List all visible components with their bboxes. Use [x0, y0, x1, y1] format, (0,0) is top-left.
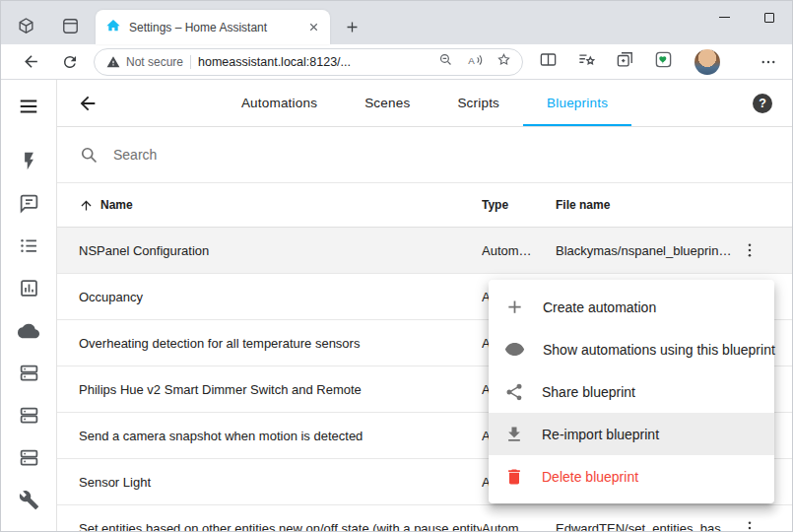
sidebar-hub-item-2[interactable] — [1, 394, 56, 436]
sidebar-hub-item-3[interactable] — [1, 436, 56, 479]
ha-back-icon[interactable] — [77, 93, 99, 114]
security-badge[interactable]: Not secure — [106, 55, 183, 69]
row-name: Overheating detection for all temperatur… — [79, 336, 482, 351]
search-bar — [57, 127, 792, 183]
menu-item-reimport-blueprint[interactable]: Re-import blueprint — [489, 413, 774, 455]
trash-icon — [504, 467, 524, 487]
sidebar-history-item[interactable] — [1, 267, 56, 309]
menu-item-delete-blueprint[interactable]: Delete blueprint — [489, 455, 774, 498]
row-name: Send a camera snapshot when motion is de… — [79, 429, 482, 443]
browser-essentials-icon[interactable] — [654, 50, 673, 73]
split-screen-icon[interactable] — [539, 50, 558, 73]
read-aloud-icon[interactable]: A — [466, 51, 484, 73]
back-icon[interactable] — [19, 50, 42, 74]
sidebar-energy-item[interactable] — [1, 140, 56, 182]
favorites-icon[interactable] — [577, 50, 596, 73]
browser-toolbar: Not secure homeassistant.local:8123/... … — [1, 44, 792, 80]
column-header-file[interactable]: File name — [556, 198, 738, 212]
help-icon[interactable]: ? — [753, 94, 772, 113]
sort-ascending-icon — [79, 198, 94, 213]
column-header-type[interactable]: Type — [482, 198, 556, 212]
new-tab-icon[interactable] — [344, 19, 361, 35]
message-icon — [19, 193, 39, 214]
download-icon — [504, 425, 524, 444]
sidebar-hub-item-1[interactable] — [1, 352, 56, 394]
browser-tab[interactable]: Settings – Home Assistant — [96, 10, 330, 44]
row-overflow-menu-icon[interactable] — [738, 516, 761, 532]
row-name: Occupancy — [79, 290, 482, 304]
tab-automations[interactable]: Automations — [218, 80, 341, 126]
browser-window: Settings – Home Assistant Not secure — [0, 0, 793, 532]
sidebar-cloud-item[interactable] — [1, 309, 56, 352]
ha-sidebar — [1, 80, 57, 532]
refresh-icon[interactable] — [58, 50, 82, 74]
row-type: Autom… — [482, 243, 556, 258]
row-name: Philips Hue v2 Smart Dimmer Switch and R… — [79, 382, 482, 397]
workspaces-icon[interactable] — [17, 17, 35, 35]
window-maximize-button[interactable] — [747, 1, 792, 33]
tab-blueprints[interactable]: Blueprints — [523, 80, 631, 126]
window-minimize-button[interactable] — [701, 1, 747, 33]
cloud-icon — [18, 320, 39, 342]
row-name: NSPanel Configuration — [79, 243, 482, 258]
tab-title: Settings – Home Assistant — [129, 21, 297, 34]
search-input[interactable] — [113, 147, 792, 163]
browser-titlebar: Settings – Home Assistant — [1, 1, 792, 44]
tab-actions-icon[interactable] — [61, 17, 80, 35]
favorite-star-icon[interactable] — [496, 51, 512, 72]
server-icon — [19, 363, 39, 383]
sidebar-tools-item[interactable] — [1, 479, 56, 521]
svg-text:A: A — [468, 54, 475, 65]
tab-close-icon[interactable] — [304, 19, 322, 36]
row-overflow-menu-icon[interactable] — [738, 238, 761, 262]
menu-item-show-automations[interactable]: Show automations using this blueprint — [489, 328, 774, 370]
row-name: Set entities based on other entities new… — [79, 521, 482, 532]
server-icon — [19, 447, 39, 468]
chart-icon — [19, 278, 39, 299]
url-text: homeassistant.local:8123/... — [198, 55, 430, 69]
divider — [190, 55, 191, 69]
ha-tab-bar: Automations Scenes Scripts Blueprints — [57, 80, 792, 126]
profile-avatar[interactable] — [694, 49, 720, 75]
search-icon — [79, 145, 99, 165]
row-name: Sensor Light — [79, 475, 482, 490]
security-label: Not secure — [126, 55, 183, 69]
sidebar-menu-icon[interactable] — [18, 93, 39, 120]
column-header-name[interactable]: Name — [79, 198, 482, 213]
sidebar-todo-item[interactable] — [1, 225, 56, 267]
wrench-icon — [19, 490, 39, 510]
table-row[interactable]: Set entities based on other entities new… — [57, 505, 792, 532]
table-header: Name Type File name — [57, 183, 792, 228]
table-row[interactable]: NSPanel Configuration Autom… Blackymas/n… — [57, 228, 792, 274]
menu-item-share-blueprint[interactable]: Share blueprint — [489, 370, 774, 413]
row-file: EdwardTEN/set_entities_bas… — [556, 521, 738, 532]
flash-icon — [19, 151, 39, 171]
zoom-out-icon[interactable] — [437, 51, 454, 72]
share-icon — [504, 382, 524, 402]
eye-icon — [504, 339, 525, 360]
tab-scenes[interactable]: Scenes — [341, 80, 433, 126]
list-icon — [19, 235, 39, 256]
plus-icon — [504, 297, 525, 317]
menu-item-create-automation[interactable]: Create automation — [489, 286, 774, 328]
address-bar[interactable]: Not secure homeassistant.local:8123/... … — [94, 48, 523, 76]
ha-header: Automations Scenes Scripts Blueprints ? — [57, 80, 792, 127]
tab-scripts[interactable]: Scripts — [433, 80, 523, 126]
row-type: Autom… — [482, 521, 556, 532]
sidebar-logbook-item[interactable] — [1, 182, 56, 225]
blueprint-context-menu: Create automation Show automations using… — [489, 280, 774, 503]
home-assistant-logo-icon — [105, 18, 121, 37]
collections-icon[interactable] — [616, 50, 634, 73]
server-icon — [19, 405, 39, 426]
row-file: Blackymas/nspanel_blueprin… — [556, 243, 738, 258]
settings-menu-icon[interactable] — [757, 50, 780, 74]
